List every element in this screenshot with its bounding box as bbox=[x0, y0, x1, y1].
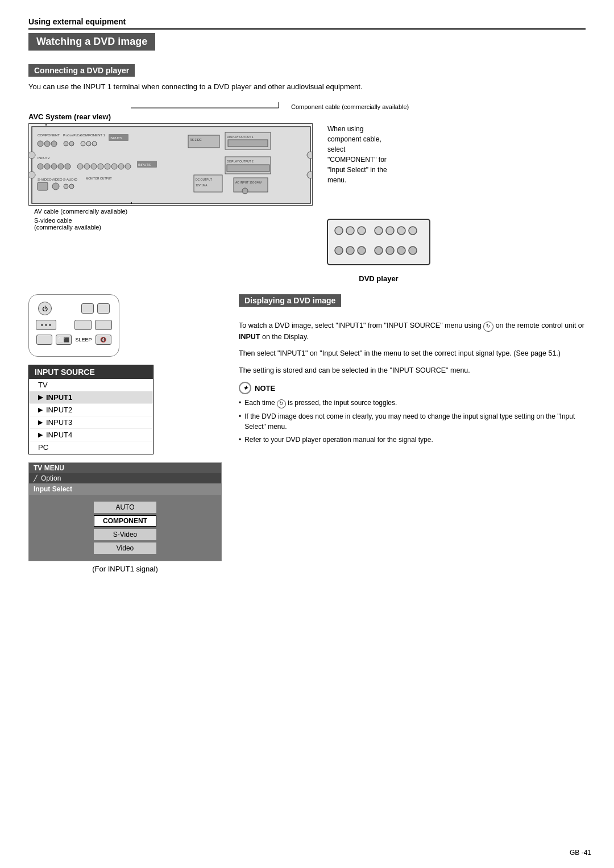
page-number: GB -41 bbox=[570, 849, 591, 857]
svg-point-67 bbox=[409, 227, 417, 235]
power-button: ⏻ bbox=[38, 302, 52, 315]
svg-point-6 bbox=[51, 141, 57, 147]
remote-top-right-btn2 bbox=[97, 303, 110, 314]
svg-point-29 bbox=[91, 164, 97, 169]
avc-label: AVC System (rear view) bbox=[28, 112, 313, 121]
svg-text:DISPLAY OUTPUT 1: DISPLAY OUTPUT 1 bbox=[227, 135, 254, 139]
note-item-2: • If the DVD image does not come in clea… bbox=[239, 411, 586, 432]
svg-point-54 bbox=[28, 152, 35, 158]
svg-rect-16 bbox=[188, 135, 219, 148]
main-content-area: ⏻ ⬜⬛ SLEEP 🔇 bbox=[28, 294, 586, 573]
component-cable-label: Component cable (commercially available) bbox=[291, 103, 409, 110]
main-title-box: Watching a DVD image bbox=[28, 33, 586, 56]
svg-point-73 bbox=[397, 247, 405, 254]
svg-point-4 bbox=[38, 141, 43, 147]
svg-text:INPUT2: INPUT2 bbox=[38, 156, 50, 160]
signal-svideo: S-Video bbox=[94, 529, 156, 540]
svg-point-45 bbox=[64, 184, 68, 189]
svg-point-61 bbox=[335, 227, 343, 235]
svg-point-62 bbox=[346, 227, 354, 235]
tv-menu-title: TV MENU bbox=[29, 463, 221, 473]
left-column: ⏻ ⬜⬛ SLEEP 🔇 bbox=[28, 294, 222, 573]
svg-point-63 bbox=[358, 227, 366, 235]
display-para-2: Then select "INPUT1" on "Input Select" i… bbox=[239, 348, 586, 359]
tv-menu-option: ╱ Option bbox=[29, 473, 221, 483]
svg-rect-20 bbox=[228, 140, 268, 147]
svg-point-43 bbox=[52, 183, 59, 190]
svg-point-33 bbox=[118, 164, 124, 169]
svg-text:MONITOR OUTPUT: MONITOR OUTPUT bbox=[86, 177, 111, 180]
svg-point-57 bbox=[307, 172, 313, 178]
svg-text:COMPONENT: COMPONENT bbox=[38, 133, 60, 137]
svg-point-55 bbox=[28, 172, 35, 178]
menu-item-input3: ▶ INPUT3 bbox=[29, 416, 153, 429]
diagram-area: Component cable (commercially available)… bbox=[28, 100, 586, 283]
svg-point-22 bbox=[38, 164, 43, 169]
note-icon: ✦ bbox=[239, 382, 251, 394]
svg-point-12 bbox=[86, 141, 91, 146]
note-section: ✦ NOTE • Each time ↻ is pressed, the inp… bbox=[239, 382, 586, 445]
dvd-player-label: DVD player bbox=[322, 274, 435, 283]
arrow-input1: ▶ bbox=[38, 394, 43, 401]
arrow-input3: ▶ bbox=[38, 419, 43, 426]
svg-point-30 bbox=[98, 164, 103, 169]
for-input-label: (For INPUT1 signal) bbox=[28, 565, 222, 573]
remote-mid-btn1 bbox=[74, 320, 92, 330]
menu-item-tv: TV bbox=[29, 379, 153, 391]
displaying-title: Displaying a DVD image bbox=[239, 294, 341, 307]
arrow-input4: ▶ bbox=[38, 431, 43, 439]
option-icon: ╱ bbox=[34, 475, 38, 482]
svg-point-72 bbox=[386, 247, 394, 254]
svg-rect-39 bbox=[227, 165, 269, 172]
av-cable-label: AV cable (commercially available) bbox=[34, 208, 127, 215]
svg-point-53 bbox=[242, 188, 248, 194]
svg-rect-41 bbox=[38, 182, 48, 190]
svg-point-32 bbox=[111, 164, 117, 169]
avc-system-diagram: COMPONENT ProCon PbCon COMPONENT 1 INPUT… bbox=[28, 123, 313, 206]
display-para-3: The setting is stored and can be selecte… bbox=[239, 365, 586, 376]
display-para-1: To watch a DVD image, select "INPUT1" fr… bbox=[239, 320, 586, 343]
menu-item-pc: PC bbox=[29, 441, 153, 454]
svg-text:RS-232C: RS-232C bbox=[190, 138, 202, 141]
svg-text:INPUTS: INPUTS bbox=[110, 136, 122, 140]
svg-text:S-VIDEO: S-VIDEO bbox=[38, 178, 52, 181]
svg-text:AC INPUT 110-240V: AC INPUT 110-240V bbox=[235, 181, 262, 184]
svg-point-26 bbox=[65, 164, 70, 169]
svg-point-23 bbox=[44, 164, 50, 169]
input-source-menu: INPUT SOURCE TV ▶ INPUT1 ▶ INPUT2 ▶ INPU… bbox=[28, 365, 154, 454]
remote-top-right-btn1 bbox=[81, 303, 94, 314]
remote-icon-inline: ↻ bbox=[483, 322, 493, 332]
dvd-player-diagram bbox=[322, 214, 435, 270]
svg-text:ProCon PbCon: ProCon PbCon bbox=[63, 133, 82, 137]
svg-point-24 bbox=[51, 164, 57, 169]
svg-text:VIDEO: VIDEO bbox=[52, 178, 63, 181]
menu-item-input4: ▶ INPUT4 bbox=[29, 429, 153, 441]
sleep-label: SLEEP bbox=[75, 337, 92, 343]
tv-menu: TV MENU ╱ Option Input Select AUTO COMPO… bbox=[28, 462, 222, 561]
remote-icon-note: ↻ bbox=[277, 399, 286, 408]
right-note: When usingcomponent cable,select"COMPONE… bbox=[322, 124, 413, 185]
svg-point-28 bbox=[84, 164, 90, 169]
mute-btn: 🔇 bbox=[96, 335, 111, 345]
svg-point-9 bbox=[69, 141, 74, 146]
svg-point-65 bbox=[386, 227, 394, 235]
svg-point-46 bbox=[69, 184, 74, 189]
note-item-3: • Refer to your DVD player operation man… bbox=[239, 435, 586, 445]
signal-video: Video bbox=[94, 542, 156, 554]
note-label: NOTE bbox=[255, 384, 275, 393]
svg-point-8 bbox=[64, 141, 68, 146]
svg-point-70 bbox=[358, 247, 366, 254]
main-title: Watching a DVD image bbox=[28, 33, 155, 51]
signal-component: COMPONENT bbox=[94, 515, 156, 527]
tv-menu-input-select: Input Select bbox=[29, 483, 221, 495]
svg-text:DISPLAY OUTPUT 2: DISPLAY OUTPUT 2 bbox=[227, 160, 254, 163]
connecting-title: Connecting a DVD player bbox=[28, 64, 135, 77]
tv-menu-content: AUTO COMPONENT S-Video Video bbox=[29, 495, 221, 561]
signal-auto: AUTO bbox=[94, 502, 156, 513]
svg-point-34 bbox=[125, 164, 131, 169]
component-cable-line bbox=[131, 100, 290, 110]
svg-point-11 bbox=[81, 141, 85, 146]
note-item-1: • Each time ↻ is pressed, the input sour… bbox=[239, 398, 586, 408]
right-column: Displaying a DVD image To watch a DVD im… bbox=[239, 294, 586, 573]
svideo-cable-label: S-video cable(commercially available) bbox=[34, 217, 101, 231]
